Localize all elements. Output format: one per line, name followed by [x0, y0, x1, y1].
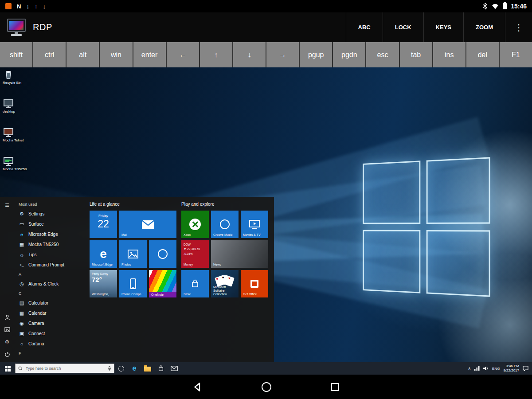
key-arrow-left[interactable]: ← [167, 42, 200, 67]
app-item-settings[interactable]: ⚙ Settings [14, 209, 89, 219]
section-header-c[interactable]: C [14, 289, 89, 298]
speaker-icon[interactable] [483, 366, 489, 371]
photos-tile[interactable]: Photos [119, 240, 147, 268]
app-item-camera[interactable]: ◉ Camera [14, 318, 89, 329]
key-arrow-up[interactable]: ↑ [200, 42, 233, 67]
taskbar-search-box[interactable] [15, 364, 114, 373]
recents-icon [331, 383, 339, 391]
abc-button[interactable]: ABC [346, 12, 383, 42]
settings-icon[interactable]: ⚙ [4, 338, 11, 345]
key-tab[interactable]: tab [400, 42, 433, 67]
network-icon[interactable] [474, 366, 480, 371]
key-arrow-down[interactable]: ↓ [233, 42, 266, 67]
zoom-button[interactable]: ZOOM [463, 12, 505, 42]
home-button[interactable] [262, 382, 271, 392]
edge-icon: e [19, 232, 25, 237]
remote-desktop: Recycle Bin desktop Mocha Telnet [0, 67, 532, 375]
key-shift[interactable]: shift [0, 42, 33, 67]
desktop-icon-mocha-tn5250[interactable]: Mocha TN5250 [3, 156, 27, 171]
desktop-icon-mocha-telnet[interactable]: Mocha Telnet [3, 127, 27, 142]
rdp-app-icon[interactable] [6, 18, 27, 37]
rdp-app-bar: RDP ABC LOCK KEYS ZOOM ⋮ [0, 12, 532, 42]
app-item-microsoft-edge[interactable]: e Microsoft Edge [14, 229, 89, 239]
get-office-tile[interactable]: Get Office [241, 270, 268, 297]
key-arrow-right[interactable]: → [266, 42, 300, 67]
key-esc[interactable]: esc [366, 42, 399, 67]
edge-tile[interactable]: e Microsoft Edge [90, 240, 117, 268]
microphone-icon [108, 366, 111, 371]
app-item-calendar[interactable]: ▦ Calendar [14, 308, 89, 318]
key-ins[interactable]: ins [433, 42, 466, 67]
section-header-a[interactable]: A [14, 270, 89, 279]
calculator-icon: ▤ [19, 300, 25, 306]
desktop-icon-desktop[interactable]: desktop [3, 98, 27, 113]
tray-language[interactable]: ENG [492, 367, 500, 371]
recents-button[interactable] [331, 383, 339, 391]
app-item-cortana[interactable]: ○ Cortana [14, 339, 89, 349]
taskbar-file-explorer-button[interactable] [141, 362, 154, 375]
mail-icon [171, 366, 178, 371]
key-alt[interactable]: alt [66, 42, 100, 67]
app-item-surface[interactable]: ▭ Surface [14, 219, 89, 229]
movies-tv-tile[interactable]: Movies & TV [241, 211, 268, 238]
group-header: Life at a glance [90, 202, 176, 209]
taskbar-store-button[interactable] [154, 362, 168, 375]
phone-companion-tile[interactable]: Phone Compa... [119, 270, 147, 297]
cortana-icon [118, 366, 124, 372]
xbox-tile[interactable]: Xbox [181, 211, 209, 238]
pictures-icon[interactable] [4, 326, 11, 333]
store-tile[interactable]: Store [181, 270, 209, 297]
money-tile[interactable]: DOW ▼ 22,349.59 -0.04% Money [181, 240, 209, 268]
back-button[interactable] [193, 382, 202, 392]
overflow-menu-button[interactable]: ⋮ [505, 12, 532, 42]
start-menu-rail: ≡ ⚙ [0, 197, 14, 362]
app-item-calculator[interactable]: ▤ Calculator [14, 298, 89, 308]
key-ctrl[interactable]: ctrl [33, 42, 66, 67]
key-win[interactable]: win [100, 42, 133, 67]
taskbar-mail-button[interactable] [168, 362, 181, 375]
keys-button[interactable]: KEYS [423, 12, 463, 42]
app-item-tips[interactable]: ☼ Tips [14, 250, 89, 260]
key-pgdn[interactable]: pgdn [333, 42, 366, 67]
start-button[interactable] [0, 362, 15, 375]
app-item-connect[interactable]: ▣ Connect [14, 329, 89, 339]
onenote-tile[interactable]: OneNote [149, 270, 176, 297]
search-input[interactable] [25, 366, 106, 371]
tray-expand-icon[interactable]: ∧ [468, 366, 471, 371]
key-f1[interactable]: F1 [500, 42, 532, 67]
action-center-icon[interactable] [523, 366, 528, 371]
bluetooth-icon [482, 3, 488, 10]
desktop-icon-recycle-bin[interactable]: Recycle Bin [3, 69, 27, 85]
app-item-command-prompt[interactable]: >_ Command Prompt [14, 260, 89, 270]
weather-tile[interactable]: Partly Sunny 72° Washington,... [90, 270, 117, 297]
android-status-bar: N ↕ ↑ ↓ 15:46 [0, 0, 532, 12]
power-icon[interactable] [4, 351, 11, 358]
calendar-tile[interactable]: Friday 22 [90, 211, 117, 238]
groove-music-tile[interactable]: Groove Music [211, 211, 239, 238]
solitaire-tile[interactable]: ♥ ♠ ♥ Microsoft Solitaire Collection [211, 270, 239, 297]
lock-button[interactable]: LOCK [383, 12, 423, 42]
settings-icon: ⚙ [19, 211, 25, 217]
tile-group-life-at-a-glance: Life at a glance Friday 22 Mail e M [90, 202, 176, 297]
app-title: RDP [33, 22, 52, 32]
hamburger-icon[interactable]: ≡ [5, 202, 9, 209]
tips-icon: ☼ [19, 252, 25, 258]
news-tile[interactable]: News [211, 240, 268, 268]
app-item-alarms-clock[interactable]: ◷ Alarms & Clock [14, 279, 89, 289]
key-pgup[interactable]: pgup [300, 42, 333, 67]
app-item-mocha-tn5250[interactable]: ▦ Mocha TN5250 [14, 239, 89, 250]
key-del[interactable]: del [466, 42, 500, 67]
section-header-f[interactable]: F [14, 349, 89, 358]
key-toolbar: shift ctrl alt win enter ← ↑ ↓ → pgup pg… [0, 42, 532, 67]
taskbar-edge-button[interactable]: e [128, 362, 141, 375]
taskbar-cortana-button[interactable] [114, 362, 128, 375]
screen: N ↕ ↑ ↓ 15:46 RDP ABC LOCK KEYS [0, 0, 532, 399]
stock-quote: DOW ▼ 22,349.59 -0.04% [184, 243, 200, 256]
office-icon [250, 280, 258, 288]
cortana-icon [158, 249, 168, 259]
user-account-icon[interactable] [4, 313, 11, 321]
tray-clock[interactable]: 3:46 PM 9/22/2017 [503, 364, 519, 373]
key-enter[interactable]: enter [133, 42, 167, 67]
mail-tile[interactable]: Mail [119, 211, 176, 238]
cortana-tile[interactable] [149, 240, 176, 268]
